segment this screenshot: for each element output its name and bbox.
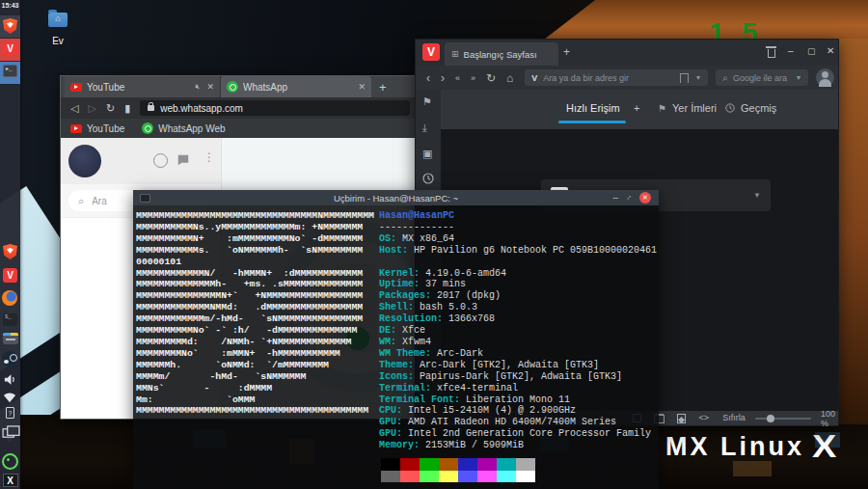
back-icon[interactable]: ◁ [70, 102, 78, 115]
search-placeholder: Ara [92, 196, 107, 206]
tab-whatsapp[interactable]: WhatsApp ✕ [221, 76, 371, 97]
trash-closed-tabs-icon[interactable] [766, 46, 776, 58]
tab-muted-speaker-icon[interactable]: 🔇︎ [195, 82, 200, 92]
status-icon[interactable] [153, 153, 168, 168]
address-bar[interactable]: V Ara ya da bir adres gir ▼ [525, 69, 708, 86]
forward-icon[interactable]: ▷ [88, 102, 95, 115]
network-indicator[interactable] [2, 390, 18, 406]
vivaldi-tab-bar: V ⊞ Başlangıç Sayfası + – ▢ ✕ [416, 40, 838, 66]
palette-color [497, 458, 516, 471]
palette-color [477, 458, 497, 471]
bookmark-youtube[interactable]: YouTube [70, 123, 124, 134]
back-icon[interactable]: ‹ [426, 72, 430, 84]
terminal-body[interactable]: MMMMMMMMMMMMMMMMMMMMMMMMMMMMMMMMNMMMMMMM… [133, 205, 659, 489]
rewind-icon[interactable]: « [455, 72, 460, 84]
tab-label: Yer İmleri [672, 102, 717, 114]
close-button[interactable]: ✕ [827, 46, 834, 56]
whatsapp-favicon [142, 122, 153, 134]
downloads-panel-icon[interactable]: ⤓ [422, 122, 434, 133]
vivaldi-icon: V [3, 268, 17, 283]
palette-color [400, 458, 420, 471]
tab-close-icon[interactable]: ✕ [358, 82, 366, 92]
neofetch-info-line: Kernel: 4.19.0-6-amd64 [379, 268, 657, 280]
avatar[interactable] [68, 145, 101, 177]
bookmarks-panel-icon[interactable]: ⚑ [422, 95, 434, 107]
palette-color [458, 471, 477, 483]
code-toggle[interactable]: <> [699, 414, 710, 422]
close-button[interactable]: ✕ [639, 192, 651, 204]
launcher-firefox[interactable] [2, 290, 18, 307]
palette-color [420, 471, 439, 483]
zoom-reset-button[interactable]: Sıfırla [722, 414, 746, 422]
mx-tools-button[interactable]: X [2, 473, 18, 489]
notes-panel-icon[interactable]: ▣ [422, 148, 434, 159]
update-notifier[interactable] [2, 452, 18, 469]
chevron-down-icon[interactable]: ▼ [753, 191, 761, 200]
home-icon[interactable]: ⌂ [506, 72, 513, 84]
terminal-icon: $_ [3, 313, 17, 326]
zoom-slider-knob[interactable] [767, 415, 774, 422]
folder-icon: ⌂ [48, 13, 68, 27]
battery-indicator[interactable]: ? [2, 406, 18, 422]
menu-kebab-icon[interactable]: ⋮ [203, 150, 215, 164]
updates-icon [2, 453, 18, 470]
launcher-brave[interactable] [2, 243, 18, 259]
new-tab-button[interactable]: + [379, 80, 387, 95]
search-field[interactable]: ⌕ Google ile ara ▼ [716, 69, 808, 86]
tab-history[interactable]: Geçmiş [725, 102, 776, 114]
tab-close-icon[interactable]: ✕ [206, 82, 214, 92]
new-tab-button[interactable]: + [563, 45, 570, 59]
brave-icon [3, 244, 17, 259]
tab-quick-access[interactable]: Hızlı Erişim [566, 102, 620, 114]
terminal-title-bar[interactable]: Uçbirim - Hasan@HasanPC: ~ – ↕ ✕ [133, 190, 659, 205]
task-button-brave[interactable] [0, 15, 20, 38]
launcher-steam[interactable] [2, 351, 18, 367]
forward-icon[interactable]: › [441, 72, 445, 84]
tab-youtube[interactable]: YouTube 🔇︎ ✕ [65, 76, 221, 97]
task-button-terminal[interactable]: ▸_ [0, 62, 20, 84]
address-placeholder: Ara ya da bir adres gir [543, 73, 629, 83]
neofetch-info-line: DE: Xfce [379, 325, 657, 337]
workspace-switcher[interactable] [2, 425, 20, 442]
palette-color [439, 458, 458, 471]
neofetch-info-line: Host: HP Pavilion g6 Notebook PC 059B100… [379, 245, 657, 257]
maximize-button[interactable]: ▢ [807, 46, 816, 56]
palette-color [516, 458, 535, 471]
reload-icon[interactable]: ↻ [486, 72, 496, 84]
launcher-terminal[interactable]: $_ [2, 312, 18, 328]
zoom-slider[interactable] [755, 418, 811, 420]
lock-icon [148, 105, 154, 111]
speed-dial-grid-icon: ⊞ [451, 49, 459, 59]
vivaldi-nav-bar: ‹ › « » ↻ ⌂ V Ara ya da bir adres gir ▼ … [416, 66, 838, 90]
images-toggle-icon[interactable] [677, 414, 686, 423]
tab-label: Başlangıç Sayfası [464, 49, 537, 60]
palette-color [420, 458, 439, 471]
volume-indicator[interactable] [2, 371, 18, 388]
add-speed-dial-button[interactable]: + [634, 102, 639, 114]
bookmark-icon[interactable] [680, 73, 689, 83]
neofetch-info-line: Shell: bash 5.0.3 [379, 302, 657, 313]
minimize-button[interactable]: – [612, 194, 618, 202]
palette-color [400, 471, 420, 483]
tab-start-page[interactable]: ⊞ Başlangıç Sayfası [445, 42, 558, 66]
maximize-button[interactable]: ↕ [625, 194, 633, 202]
new-chat-icon[interactable] [176, 153, 190, 167]
bookmark-whatsapp-web[interactable]: WhatsApp Web [142, 122, 225, 134]
reload-icon[interactable]: ↻ [106, 102, 115, 115]
chevron-down-icon[interactable]: ▼ [694, 74, 701, 81]
speaker-icon [3, 372, 17, 387]
tab-bookmarks[interactable]: ⚑ Yer İmleri [658, 102, 717, 114]
minimize-button[interactable]: – [788, 46, 794, 56]
profile-avatar[interactable] [816, 68, 834, 87]
launcher-file-manager[interactable] [2, 331, 18, 347]
history-panel-icon[interactable] [422, 173, 434, 184]
chevron-down-icon[interactable]: ▼ [795, 74, 801, 81]
launcher-vivaldi[interactable]: V [2, 267, 18, 284]
fast-forward-icon[interactable]: » [471, 72, 475, 84]
task-button-vivaldi[interactable]: V [0, 39, 20, 61]
palette-color [477, 471, 497, 483]
desktop-icon-home[interactable]: ⌂ Ev [42, 13, 73, 46]
bookmark-icon[interactable]: ▮ [124, 102, 130, 115]
vivaldi-menu-icon[interactable]: V [422, 43, 440, 61]
address-bar[interactable]: web.whatsapp.com [140, 100, 410, 116]
